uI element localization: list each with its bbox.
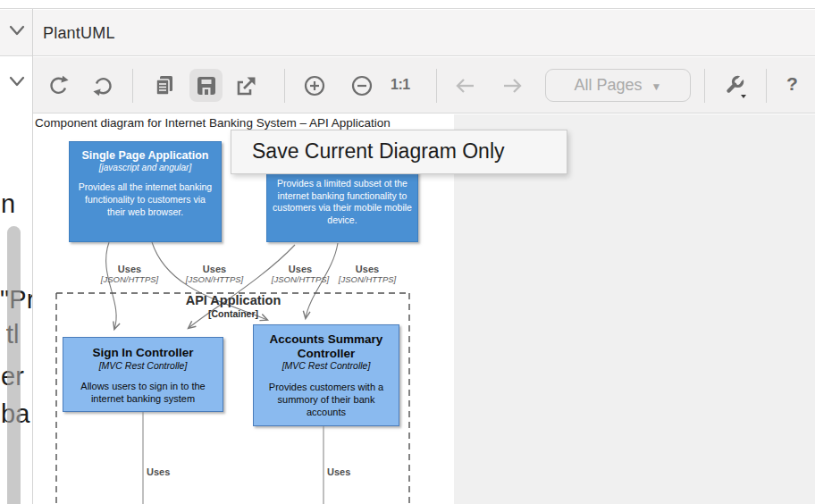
pages-dropdown-value: All Pages — [575, 76, 643, 94]
editor-scrollbar[interactable] — [7, 226, 21, 504]
diagram-title: Component diagram for Internet Banking S… — [35, 116, 391, 130]
export-icon[interactable] — [235, 74, 258, 97]
window-top-strip — [0, 0, 815, 9]
help-button[interactable]: ? — [786, 73, 798, 95]
plantuml-toolbar: 1:1 All Pages▼ ? — [33, 57, 815, 113]
copy-diagram-icon[interactable] — [153, 74, 176, 97]
save-tooltip: Save Current Diagram Only — [231, 130, 567, 174]
zoom-in-icon[interactable] — [303, 74, 326, 97]
node-description: Allows users to sign in to the internet … — [68, 380, 218, 406]
edge-label: Uses — [147, 466, 170, 477]
toolbar-separator — [766, 69, 767, 103]
plantuml-panel: PlantUML n "Pr tl er ba — [0, 0, 815, 504]
edge-label: Uses [JSON/HTTPS] — [87, 264, 172, 285]
back-icon[interactable] — [454, 74, 477, 97]
edge-label: Uses — [327, 466, 350, 477]
edge-label: Uses [JSON/HTTPS] — [324, 264, 410, 285]
edge-label: Uses [JSON/HTTPS] — [172, 264, 257, 285]
fold-chevron-icon[interactable] — [7, 74, 27, 92]
pages-dropdown[interactable]: All Pages▼ — [545, 69, 691, 102]
node-single-page-application: Single Page Application [javascript and … — [69, 141, 222, 242]
refresh-icon[interactable] — [46, 74, 70, 97]
node-sign-in-controller: Sign In Controller [MVC Rest Controlle] … — [63, 337, 223, 412]
node-stereotype: [javascript and angular] — [70, 162, 221, 173]
collapse-chevron-icon[interactable] — [7, 23, 27, 41]
chevron-down-icon: ▼ — [651, 80, 662, 93]
toolbar-separator — [704, 69, 705, 103]
node-description: Provides all the internet banking functi… — [78, 181, 214, 218]
zoom-out-icon[interactable] — [350, 74, 374, 97]
node-description: Provides customers with a summory of the… — [259, 381, 393, 419]
node-accounts-summary-controller: Accounts Summary Controller [MVC Rest Co… — [253, 324, 399, 426]
panel-header: PlantUML — [0, 10, 815, 56]
toolbar-separator — [284, 69, 285, 103]
toolbar-separator — [436, 69, 437, 103]
node-description: Provides a limited subset ot the interne… — [272, 178, 413, 227]
node-stereotype: [MVC Rest Controlle] — [254, 360, 399, 373]
boundary-api-application: API Application [Container] — [162, 294, 305, 321]
node-stereotype: [MVC Rest Controlle] — [63, 360, 223, 373]
node-title: Sign In Controller — [63, 346, 223, 360]
panel-title: PlantUML — [43, 24, 115, 43]
editor-gutter: n "Pr tl er ba — [0, 57, 32, 504]
toolbar-separator — [132, 69, 133, 103]
actual-size-button[interactable]: 1:1 — [391, 77, 410, 93]
wrench-icon[interactable] — [722, 74, 745, 97]
reload-icon[interactable] — [92, 74, 115, 97]
node-title: Single Page Application — [70, 149, 221, 162]
node-title: Accounts Summary Controller — [268, 332, 384, 360]
panel-divider[interactable] — [32, 9, 33, 504]
save-icon[interactable] — [195, 74, 218, 97]
editor-text-fragment: n — [1, 189, 15, 219]
forward-icon[interactable] — [500, 74, 524, 97]
